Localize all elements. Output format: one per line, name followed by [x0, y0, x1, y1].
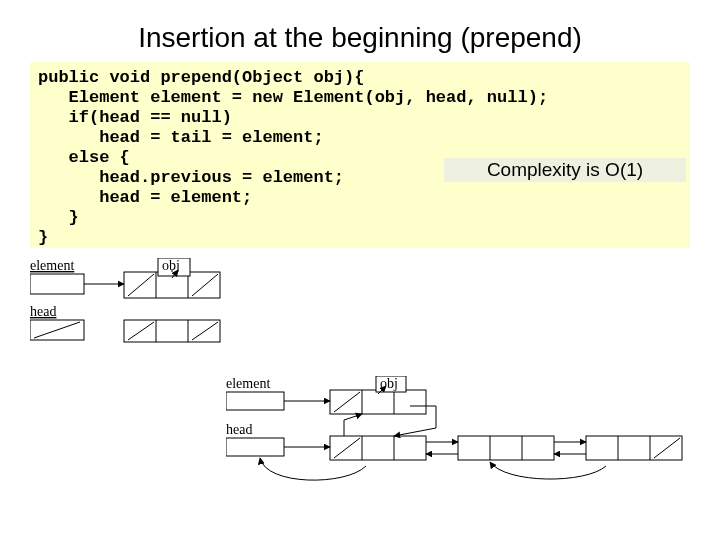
slide: Insertion at the beginning (prepend) pub…	[0, 0, 720, 540]
diagram-nonempty-case: element obj head	[226, 376, 696, 526]
slide-title: Insertion at the beginning (prepend)	[0, 22, 720, 54]
code-block: public void prepend(Object obj){ Element…	[30, 62, 690, 248]
svg-line-12	[34, 322, 80, 338]
svg-line-45	[394, 428, 436, 436]
svg-line-23	[334, 392, 360, 412]
svg-line-17	[192, 322, 218, 340]
svg-line-31	[334, 438, 360, 458]
svg-rect-28	[330, 436, 426, 460]
label-head: head	[30, 304, 56, 319]
label-element: element	[226, 376, 270, 391]
svg-rect-32	[458, 436, 554, 460]
svg-rect-26	[226, 438, 284, 456]
svg-rect-18	[226, 392, 284, 410]
svg-rect-0	[30, 274, 84, 294]
list-node-3	[586, 436, 682, 460]
svg-line-38	[654, 438, 680, 458]
svg-line-5	[128, 274, 154, 296]
complexity-note: Complexity is O(1)	[444, 158, 686, 182]
svg-line-6	[192, 274, 218, 296]
diagram-empty-case: element obj head	[30, 258, 310, 378]
list-node-2	[458, 436, 554, 460]
svg-line-16	[128, 322, 154, 340]
label-element: element	[30, 258, 74, 273]
label-head: head	[226, 422, 252, 437]
list-node-1	[330, 436, 426, 460]
svg-line-47	[344, 414, 362, 420]
